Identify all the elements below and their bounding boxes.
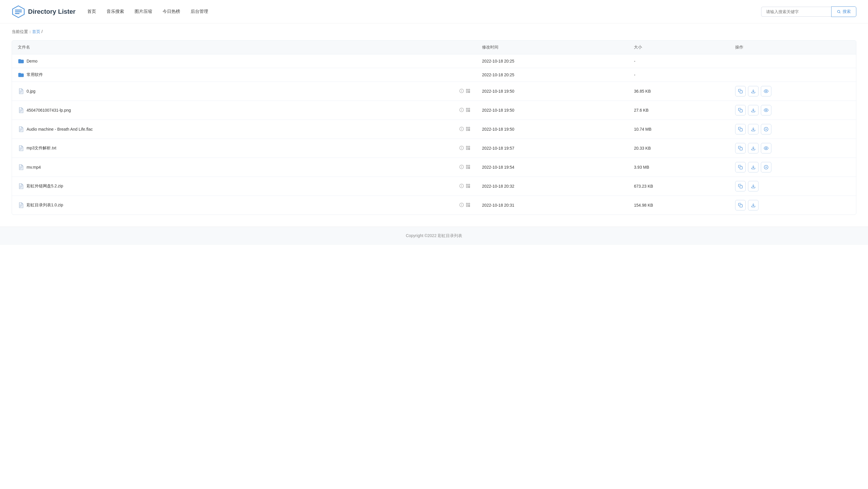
search-icon: [837, 10, 841, 14]
play-button[interactable]: [761, 162, 771, 172]
download-button[interactable]: [748, 124, 758, 135]
svg-rect-112: [468, 186, 469, 187]
file-name-cell: 0.jpg: [12, 82, 476, 101]
breadcrumb-prefix: 当前位置：: [12, 29, 32, 34]
file-name[interactable]: 0.jpg: [27, 89, 35, 93]
file-name-cell: Audio machine - Breath And Life.flac: [12, 120, 476, 139]
svg-rect-57: [467, 127, 467, 128]
info-icon[interactable]: [459, 126, 464, 132]
copy-button[interactable]: [735, 162, 746, 172]
copy-button[interactable]: [735, 105, 746, 115]
file-actions-cell: [729, 177, 856, 196]
svg-rect-73: [468, 148, 469, 149]
file-name[interactable]: Audio machine - Breath And Life.flac: [27, 127, 93, 132]
file-size: 10.74 MB: [628, 120, 729, 139]
info-icon[interactable]: [459, 165, 464, 170]
file-icon: [18, 164, 24, 170]
svg-rect-96: [467, 166, 467, 166]
nav-admin[interactable]: 后台管理: [191, 9, 208, 14]
search-input[interactable]: [761, 7, 831, 17]
svg-rect-92: [468, 167, 469, 168]
nav-music[interactable]: 音乐搜索: [106, 9, 124, 14]
folder-name[interactable]: Demo: [27, 59, 37, 63]
file-name[interactable]: 45047061007431-lp.png: [27, 108, 71, 113]
breadcrumb-home[interactable]: 首页: [32, 29, 40, 34]
search-button[interactable]: 搜索: [831, 6, 856, 17]
info-icon[interactable]: [459, 108, 464, 113]
info-icon[interactable]: [459, 203, 464, 208]
copy-button[interactable]: [735, 143, 746, 153]
footer-text: Copyright ©2022 彩虹目录列表: [406, 233, 462, 238]
play-button[interactable]: [761, 124, 771, 135]
qr-icon[interactable]: [466, 126, 470, 132]
table-row: 45047061007431-lp.png: [12, 101, 856, 120]
file-icon: [18, 145, 24, 151]
logo-text: Directory Lister: [28, 8, 75, 16]
file-actions-cell: [729, 68, 856, 82]
file-modified-time: 2022-10-18 20:31: [476, 196, 628, 215]
preview-button[interactable]: [761, 105, 771, 115]
file-name[interactable]: 彩虹外链网盘5.2.zip: [27, 183, 63, 189]
file-modified-time: 2022-10-18 19:54: [476, 158, 628, 177]
download-button[interactable]: [748, 162, 758, 172]
folder-name[interactable]: 常用软件: [27, 72, 43, 78]
qr-icon[interactable]: [466, 89, 470, 94]
download-button[interactable]: [748, 86, 758, 96]
info-icon[interactable]: [459, 183, 464, 189]
svg-rect-117: [469, 184, 469, 185]
svg-rect-59: [467, 130, 467, 130]
svg-rect-2: [15, 11, 22, 12]
copy-button[interactable]: [735, 200, 746, 210]
download-button[interactable]: [748, 105, 758, 115]
qr-icon[interactable]: [466, 203, 470, 208]
info-icon[interactable]: [459, 146, 464, 151]
preview-button[interactable]: [761, 143, 771, 153]
svg-rect-113: [469, 186, 470, 187]
svg-rect-130: [468, 205, 469, 206]
copy-button[interactable]: [735, 124, 746, 135]
preview-button[interactable]: [761, 86, 771, 96]
file-actions-cell: [729, 54, 856, 68]
file-icon: [18, 126, 24, 132]
file-size: -: [628, 68, 729, 82]
svg-rect-40: [467, 111, 467, 111]
qr-icon[interactable]: [466, 108, 470, 113]
file-name[interactable]: mp3文件解析.txt: [27, 146, 56, 151]
file-actions-cell: [729, 120, 856, 139]
col-header-action: 操作: [729, 40, 856, 54]
footer: Copyright ©2022 彩虹目录列表: [0, 227, 868, 245]
qr-icon[interactable]: [466, 165, 470, 170]
table-row: 常用软件 2022-10-18 20:25-: [12, 68, 856, 82]
svg-rect-115: [469, 187, 470, 188]
svg-rect-114: [468, 187, 469, 188]
svg-rect-54: [469, 129, 470, 130]
main-nav: 首页 音乐搜索 图片压缩 今日热榜 后台管理: [87, 9, 761, 14]
table-header-row: 文件名 修改时间 大小 操作: [12, 40, 856, 54]
info-icon[interactable]: [459, 89, 464, 94]
nav-home[interactable]: 首页: [87, 9, 96, 14]
svg-rect-131: [469, 205, 470, 206]
svg-point-4: [837, 10, 840, 12]
download-button[interactable]: [748, 181, 758, 192]
svg-rect-35: [469, 110, 470, 111]
file-name-cell: 常用软件: [12, 68, 476, 82]
file-name-cell: Demo: [12, 54, 476, 68]
file-size: 3.93 MB: [628, 158, 729, 177]
svg-rect-3: [15, 13, 20, 14]
file-name[interactable]: mv.mp4: [27, 165, 41, 170]
download-button[interactable]: [748, 200, 758, 210]
svg-rect-116: [467, 184, 467, 185]
nav-image[interactable]: 图片压缩: [134, 9, 152, 14]
file-size: 20.33 KB: [628, 139, 729, 158]
svg-rect-37: [469, 111, 470, 112]
download-button[interactable]: [748, 143, 758, 153]
copy-button[interactable]: [735, 181, 746, 192]
svg-rect-136: [467, 205, 467, 206]
qr-icon[interactable]: [466, 146, 470, 151]
svg-rect-94: [468, 168, 469, 169]
file-name[interactable]: 彩虹目录列表1.0.zip: [27, 203, 63, 208]
nav-hot[interactable]: 今日热榜: [163, 9, 180, 14]
copy-button[interactable]: [735, 86, 746, 96]
svg-rect-38: [467, 109, 467, 109]
qr-icon[interactable]: [466, 183, 470, 189]
